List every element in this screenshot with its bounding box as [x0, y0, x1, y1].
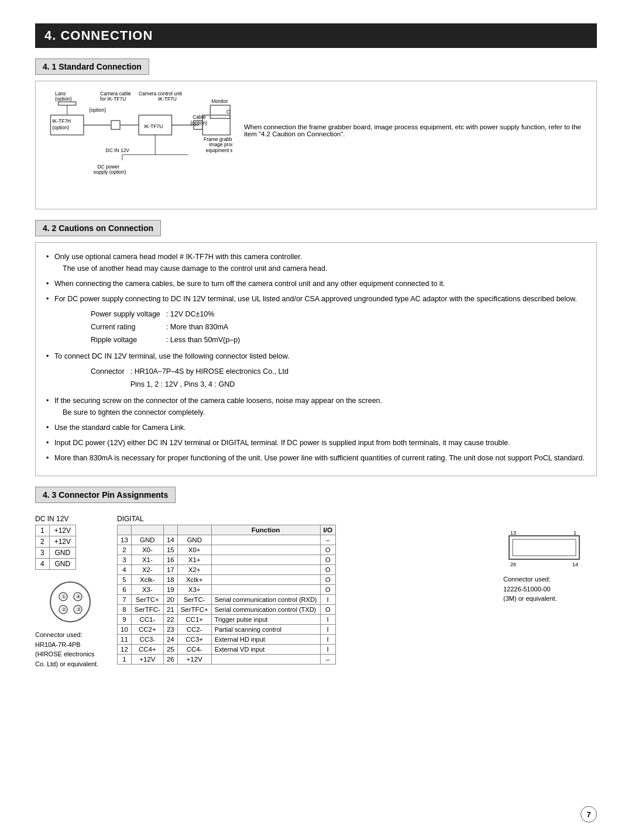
connection-diagram: Lans (option) Camera cable for IK-TF7U (…: [35, 81, 597, 209]
caution-item-7: Input DC power (12V) either DC IN 12V te…: [46, 437, 586, 449]
sub-header-3: 4. 3 Connector Pin Assignments: [35, 487, 176, 503]
svg-rect-22: [59, 102, 76, 105]
section-header: 4. CONNECTION: [35, 23, 597, 48]
table-row: 11CC3-24CC3+External HD inputI: [118, 635, 336, 645]
svg-point-29: [227, 110, 231, 113]
hr-connector-symbol: ① ④ ② ③: [35, 580, 105, 624]
svg-rect-11: [111, 121, 120, 129]
digital-table: Function I/O 13GND14GND– 2X0-15X0+O 3X1-…: [117, 525, 336, 665]
sub-header-2: 4. 2 Cautions on Connection: [35, 220, 161, 236]
table-row: 4X2-17X2+O: [118, 565, 336, 575]
dc-label: DC IN 12V: [35, 515, 105, 523]
svg-text:14: 14: [572, 562, 578, 567]
caution-item-6: Use the standard cable for Camera Link.: [46, 422, 586, 433]
svg-text:IK-TF7U: IK-TF7U: [158, 96, 177, 102]
table-row: 13GND14GND–: [118, 535, 336, 545]
table-row: 2X0-15X0+O: [118, 545, 336, 555]
diagram-left: Lans (option) Camera cable for IK-TF7U (…: [45, 88, 232, 195]
table-row: 1+12V: [36, 525, 76, 536]
table-row: 10CC2+23CC2-Partial scanning controlI: [118, 625, 336, 635]
table-row: 3GND: [36, 548, 76, 559]
svg-text:IK-TF7U: IK-TF7U: [144, 123, 163, 129]
sub-section-3: 4. 3 Connector Pin Assignments DC IN 12V…: [35, 487, 597, 669]
table-row: 12CC4+25CC4-External VD inputI: [118, 645, 336, 655]
cautions-box: Only use optional camera head model # IK…: [35, 242, 597, 476]
table-row: 5Xclk-18Xclk+O: [118, 575, 336, 585]
dc-in-section: DC IN 12V 1+12V 2+12V 3GND 4GND: [35, 515, 105, 669]
table-row: 6X3-19X3+O: [118, 585, 336, 595]
caution-item-2: When connecting the camera cables, be su…: [46, 278, 586, 290]
table-row: 3X1-16X1+O: [118, 555, 336, 565]
svg-text:(option): (option): [55, 96, 72, 102]
svg-text:(option): (option): [89, 107, 106, 113]
caution-item-4: To connect DC IN 12V terminal, use the f…: [46, 350, 586, 391]
caution-item-3: For DC power supply connecting to DC IN …: [46, 293, 586, 347]
rect-connector-section: 13 1 26 14 Connector used: 12226-51000-0…: [503, 515, 597, 604]
table-header-row: Function I/O: [118, 525, 336, 535]
page-number: 7: [581, 806, 597, 822]
table-row: 4GND: [36, 559, 76, 570]
svg-text:③: ③: [76, 607, 81, 612]
diagram-note: When connection the frame grabber board,…: [232, 88, 587, 137]
svg-text:DC IN 12V: DC IN 12V: [106, 147, 130, 153]
table-row: 1+12V26+12V–: [118, 655, 336, 665]
sub-section-1: 4. 1 Standard Connection Lans (option) C…: [35, 58, 597, 209]
svg-text:26: 26: [510, 562, 516, 567]
pin-section: DC IN 12V 1+12V 2+12V 3GND 4GND: [35, 515, 597, 669]
hr-connector-note: Connector used: HR10A-7R-4PB (HIROSE ele…: [35, 630, 105, 669]
digital-label: DIGITAL: [117, 515, 492, 523]
svg-point-34: [50, 582, 90, 622]
svg-text:④: ④: [76, 594, 81, 600]
digital-section: DIGITAL Function I/O 13GND14GND–: [117, 515, 492, 665]
svg-text:for IK-TF7U: for IK-TF7U: [100, 96, 126, 102]
svg-text:13: 13: [510, 530, 516, 536]
svg-text:②: ②: [61, 607, 66, 612]
svg-text:supply (option): supply (option): [94, 169, 126, 175]
svg-text:1: 1: [573, 530, 576, 536]
spec-table: Power supply voltage : 12V DC±10% Curren…: [90, 307, 246, 347]
caution-item-5: If the securing screw on the connector o…: [46, 395, 586, 418]
svg-text:IK-TF7H: IK-TF7H: [52, 118, 71, 124]
table-row: 7SerTC+20SerTC-Serial communication cont…: [118, 595, 336, 605]
connector-spec-table: Connector : HR10A–7P–4S by HIROSE electr…: [90, 364, 294, 391]
connection-diagram-svg: Lans (option) Camera cable for IK-TF7U (…: [45, 88, 232, 194]
sub-section-2: 4. 2 Cautions on Connection Only use opt…: [35, 220, 597, 476]
table-row: 2+12V: [36, 536, 76, 548]
pin-layout: DC IN 12V 1+12V 2+12V 3GND 4GND: [35, 515, 597, 669]
caution-item-1: Only use optional camera head model # IK…: [46, 251, 586, 274]
svg-text:①: ①: [61, 594, 66, 600]
dc-in-table: 1+12V 2+12V 3GND 4GND: [35, 525, 76, 570]
svg-text:Monitor: Monitor: [211, 98, 228, 104]
hr-connector-diagram: ① ④ ② ③: [49, 580, 92, 624]
caution-item-8: More than 830mA is necessary for proper …: [46, 452, 586, 464]
sub-header-1: 4. 1 Standard Connection: [35, 58, 149, 75]
svg-rect-44: [513, 539, 576, 556]
svg-text:equipment etc.: equipment etc.: [206, 147, 232, 153]
rect-connector-note: Connector used: 12226-51000-00 (3M) or e…: [503, 574, 597, 604]
table-row: 9CC1-22CC1+Trigger pulse inputI: [118, 615, 336, 625]
table-row: 8SerTFC-21SerTFC+Serial communication co…: [118, 605, 336, 615]
svg-text:(option): (option): [52, 125, 69, 130]
rect-connector-diagram: 13 1 26 14: [503, 524, 585, 571]
cautions-list: Only use optional camera head model # IK…: [46, 251, 586, 464]
